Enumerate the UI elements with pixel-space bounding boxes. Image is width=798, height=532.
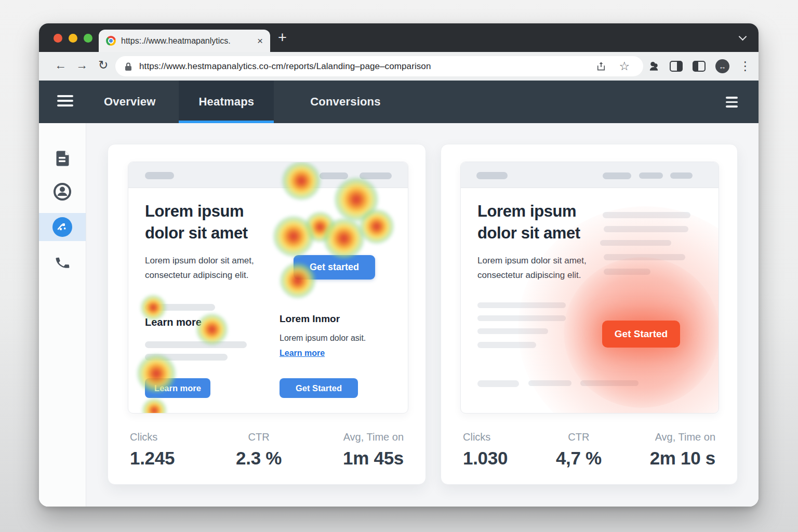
- heatmap-icon: [52, 217, 72, 237]
- variant-a-stats: Clicks 1.245 CTR 2.3 % Avg, Time on 1m 4…: [130, 431, 404, 469]
- maximize-window-button[interactable]: [84, 34, 92, 43]
- address-bar[interactable]: https://www.hestmapanalytics.co-cm/repor…: [115, 56, 643, 76]
- bookmark-star-icon[interactable]: ☆: [619, 60, 630, 72]
- window-controls: [54, 34, 92, 43]
- stat-avg-time: Avg, Time on 1m 45s: [343, 431, 404, 469]
- heat-spot: [282, 162, 321, 200]
- heat-spot: [280, 263, 315, 298]
- sidebar-item-heatmaps[interactable]: [39, 213, 86, 241]
- back-button[interactable]: ←: [55, 58, 66, 72]
- user-icon: [53, 182, 72, 201]
- stat-value: 4,7 %: [556, 448, 602, 469]
- stat-avg-time: Avg, Time on 2m 10 s: [650, 431, 715, 469]
- sidebar: [39, 123, 86, 507]
- sidebar-item-users[interactable]: [39, 178, 86, 206]
- reading-list-icon[interactable]: [693, 61, 706, 72]
- tab-heatmaps[interactable]: Heatmaps: [179, 81, 274, 123]
- stat-label: Avg, Time on: [343, 431, 404, 443]
- browser-toolbar: ← → ↻ https://www.hestmapanalytics.co-cm…: [39, 52, 759, 81]
- stat-label: CTR: [556, 431, 602, 443]
- tab-conversions[interactable]: Conversions: [290, 81, 400, 123]
- stat-value: 1.245: [130, 448, 175, 469]
- stat-clicks: Clicks 1.030: [463, 431, 508, 469]
- mock-nav-pill: [360, 172, 392, 179]
- get-started-button[interactable]: Get Started: [602, 321, 680, 348]
- chevron-down-icon[interactable]: [739, 34, 746, 41]
- mock-heading: Lorem ipsum dolor sit amet: [145, 201, 248, 244]
- stat-label: Clicks: [463, 431, 508, 443]
- phone-icon: [54, 254, 71, 272]
- variant-b-card: Lorem ipsum dolor sit amet Lorem ipsum d…: [441, 144, 738, 485]
- mock-logo-pill: [145, 172, 174, 179]
- tab-title: https:.//www.heatmapanlytics.: [121, 36, 252, 46]
- stat-clicks: Clicks 1.245: [130, 431, 175, 469]
- sidebar-item-reports[interactable]: [39, 144, 86, 172]
- variant-a-card: Lorem ipsum dolor sit amet Lorem ipsum d…: [108, 144, 426, 485]
- skeleton-bar: [477, 380, 519, 387]
- share-icon[interactable]: [596, 61, 606, 72]
- variant-b-stats: Clicks 1.030 CTR 4,7 % Avg, Time on 2m 1…: [463, 431, 715, 469]
- heat-spot: [141, 295, 166, 320]
- heat-spot: [196, 314, 228, 345]
- app-content: Lorem ipsum dolor sit amet Lorem ipsum d…: [39, 123, 759, 507]
- stat-label: Clicks: [130, 431, 175, 443]
- skeleton-bar: [145, 341, 247, 348]
- side-panel-icon[interactable]: [670, 61, 683, 72]
- browser-tab[interactable]: https:.//www.heatmapanlytics. ×: [99, 30, 270, 52]
- desktop-background: https:.//www.heatmapanlytics. × + ← → ↻ …: [0, 0, 798, 532]
- sidebar-item-calls[interactable]: [39, 249, 86, 277]
- extensions-icon[interactable]: [648, 60, 660, 73]
- stat-label: CTR: [236, 431, 282, 443]
- stat-value: 1.030: [463, 448, 508, 469]
- mock-nav-pill: [320, 172, 348, 179]
- variant-b-preview: Lorem ipsum dolor sit amet Lorem ipsum d…: [460, 162, 719, 414]
- tab-close-icon[interactable]: ×: [257, 36, 263, 46]
- lorem-inmor-heading: Lorem Inmor: [280, 313, 340, 325]
- menu-icon[interactable]: [57, 95, 73, 107]
- reload-button[interactable]: ↻: [98, 58, 108, 72]
- nav-tabs: Overview Heatmaps Conversions: [104, 81, 401, 123]
- app-navbar: Overview Heatmaps Conversions: [39, 81, 759, 123]
- lock-icon: [125, 62, 132, 71]
- stat-label: Avg, Time on: [650, 431, 715, 443]
- close-window-button[interactable]: [54, 34, 62, 43]
- heat-spot: [324, 218, 364, 259]
- heat-spot: [142, 398, 166, 414]
- mock-paragraph: Lorem ipsum dolor sit amet, consectetur …: [145, 254, 254, 283]
- stat-value: 1m 45s: [343, 448, 404, 469]
- mock-nav-pill: [603, 172, 631, 179]
- reports-main: Lorem ipsum dolor sit amet Lorem ipsum d…: [86, 123, 759, 507]
- stat-value: 2.3 %: [236, 448, 282, 469]
- mock-nav-pill: [639, 172, 663, 179]
- new-tab-button[interactable]: +: [278, 30, 287, 46]
- stat-ctr: CTR 4,7 %: [556, 431, 602, 469]
- mock-nav-pill: [670, 172, 693, 179]
- browser-titlebar: https:.//www.heatmapanlytics. × +: [39, 23, 759, 52]
- heat-spot: [360, 209, 394, 244]
- profile-sync-icon[interactable]: ↔: [715, 59, 729, 73]
- document-icon: [56, 150, 70, 166]
- browser-window: https:.//www.heatmapanlytics. × + ← → ↻ …: [39, 23, 759, 507]
- get-started-secondary-button[interactable]: Get Started: [280, 378, 358, 398]
- url-text: https://www.hestmapanalytics.co-cm/repor…: [139, 61, 589, 72]
- chrome-favicon-icon: [106, 36, 116, 46]
- stat-value: 2m 10 s: [650, 448, 715, 469]
- lorem-text: Lorem ipsum dolor asit.: [280, 334, 366, 343]
- learn-more-link[interactable]: Learn more: [280, 349, 325, 358]
- options-menu-icon[interactable]: [726, 97, 738, 108]
- heat-spot: [273, 216, 314, 257]
- forward-button[interactable]: →: [76, 58, 88, 72]
- stat-ctr: CTR 2.3 %: [236, 431, 282, 469]
- mock-browser-header: [461, 162, 719, 188]
- mock-logo-pill: [476, 172, 508, 179]
- variant-a-preview: Lorem ipsum dolor sit amet Lorem ipsum d…: [128, 162, 408, 414]
- heat-spot: [137, 354, 176, 393]
- extension-area: ↔ ⋮: [648, 52, 751, 81]
- tab-overview[interactable]: Overview: [104, 81, 174, 123]
- minimize-window-button[interactable]: [69, 34, 77, 43]
- browser-menu-icon[interactable]: ⋮: [739, 59, 751, 73]
